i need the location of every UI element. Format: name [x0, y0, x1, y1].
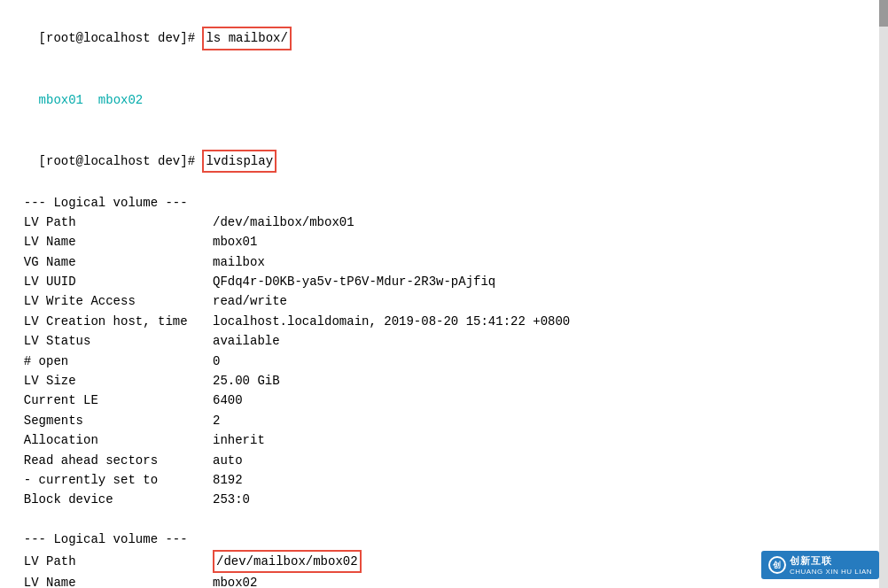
allocation-1-val: inherit — [213, 433, 265, 447]
watermark-text: 创新互联 CHUANG XIN HU LIAN — [790, 554, 872, 576]
lv-name-1-key: LV Name — [9, 232, 213, 251]
block-device-1-val: 253:0 — [213, 492, 250, 507]
scrollbar-thumb[interactable] — [879, 0, 888, 27]
lv-status-1-line: LV Statusavailable — [9, 331, 879, 351]
block-device-1-key: Block device — [9, 490, 213, 509]
current-le-1-line: Current LE6400 — [9, 391, 879, 410]
lv-path-1-val: /dev/mailbox/mbox01 — [213, 215, 354, 229]
lv-creation-1-key: LV Creation host, time — [9, 312, 213, 331]
segments-1-line: Segments2 — [9, 411, 879, 430]
lv-status-1-key: LV Status — [9, 331, 213, 351]
lv-write-1-key: LV Write Access — [9, 291, 213, 311]
empty-line — [9, 510, 879, 530]
line-1: [root@localhost dev]# ls mailbox/ — [9, 7, 879, 70]
spacer — [83, 93, 98, 107]
block-device-1-line: Block device253:0 — [9, 490, 879, 509]
command-lvdisplay: lvdisplay — [202, 150, 277, 173]
read-ahead-1-key: Read ahead sectors — [9, 451, 213, 470]
read-ahead-1-val: auto — [213, 453, 243, 468]
segments-1-key: Segments — [9, 411, 213, 430]
lv-uuid-1-line: LV UUIDQFdq4r-D0KB-ya5v-tP6V-Mdur-2R3w-p… — [9, 272, 879, 291]
watermark-icon: 创 — [768, 556, 786, 574]
lv-name-1-val: mbox01 — [213, 235, 257, 249]
watermark-line1: 创新互联 — [790, 554, 872, 568]
vg-name-1-val: mailbox — [213, 255, 265, 269]
scrollbar[interactable] — [879, 0, 888, 588]
lv-uuid-1-val: QFdq4r-D0KB-ya5v-tP6V-Mdur-2R3w-pAjfiq — [213, 275, 495, 289]
vg-name-1-key: VG Name — [9, 252, 213, 272]
segments-1-val: 2 — [213, 414, 220, 428]
line-2: mbox01 mbox02 — [9, 70, 879, 129]
lv-write-1-line: LV Write Accessread/write — [9, 291, 879, 311]
lv-name-2-key: LV Name — [9, 573, 213, 588]
prompt-1: [root@localhost dev]# — [39, 31, 203, 45]
lv-creation-1-val: localhost.localdomain, 2019-08-20 15:41:… — [213, 314, 570, 329]
currently-set-1-line: - currently set to8192 — [9, 470, 879, 490]
line-3: [root@localhost dev]# lvdisplay — [9, 129, 879, 192]
lv-name-2-line: LV Namembox02 — [9, 573, 879, 588]
lv-path-2-key: LV Path — [9, 552, 213, 571]
prompt-2: [root@localhost dev]# — [39, 154, 203, 168]
lv-write-1-val: read/write — [213, 294, 287, 308]
mbox01-label: mbox01 — [39, 93, 83, 107]
terminal: [root@localhost dev]# ls mailbox/ mbox01… — [0, 0, 888, 588]
lv-creation-1-line: LV Creation host, timelocalhost.localdom… — [9, 312, 879, 331]
vg-name-1-line: VG Namemailbox — [9, 252, 879, 272]
lv-size-1-key: LV Size — [9, 371, 213, 391]
currently-set-1-key: - currently set to — [9, 470, 213, 490]
lv-status-1-val: available — [213, 334, 280, 348]
lv-size-1-val: 25.00 GiB — [213, 374, 280, 388]
lv-path-1-line: LV Path/dev/mailbox/mbox01 — [9, 213, 879, 232]
mbox02-label: mbox02 — [98, 93, 143, 107]
watermark-line2: CHUANG XIN HU LIAN — [790, 568, 872, 576]
lv-uuid-1-key: LV UUID — [9, 272, 213, 291]
lv-path-1-key: LV Path — [9, 213, 213, 232]
allocation-1-line: Allocationinherit — [9, 430, 879, 450]
currently-set-1-val: 8192 — [213, 473, 243, 487]
lv2-header: --- Logical volume --- — [9, 530, 879, 549]
lv-name-1-line: LV Namembox01 — [9, 232, 879, 251]
lv-path-2-line: LV Path/dev/mailbox/mbox02 — [9, 550, 879, 573]
open-1-key: # open — [9, 352, 213, 371]
command-ls: ls mailbox/ — [202, 27, 291, 50]
lv-path-2-val: /dev/mailbox/mbox02 — [213, 550, 362, 573]
watermark: 创 创新互联 CHUANG XIN HU LIAN — [761, 551, 879, 579]
lv-name-2-val: mbox02 — [213, 576, 257, 588]
current-le-1-val: 6400 — [213, 393, 243, 407]
lv-size-1-line: LV Size25.00 GiB — [9, 371, 879, 391]
read-ahead-1-line: Read ahead sectorsauto — [9, 451, 879, 470]
allocation-1-key: Allocation — [9, 430, 213, 450]
open-1-val: 0 — [213, 354, 220, 368]
open-1-line: # open0 — [9, 352, 879, 371]
lv1-header: --- Logical volume --- — [9, 193, 879, 213]
current-le-1-key: Current LE — [9, 391, 213, 410]
